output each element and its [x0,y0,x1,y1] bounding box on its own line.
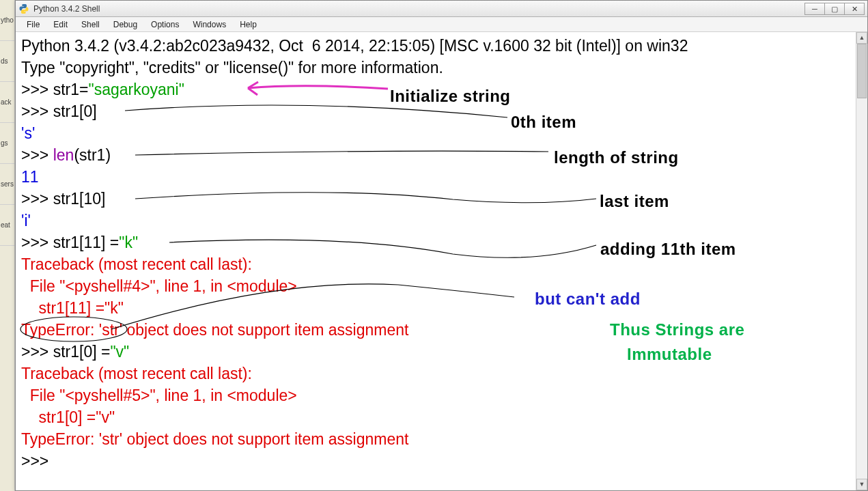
string-literal: "k" [119,234,138,251]
traceback-header: Traceback (most recent call last): [21,253,862,275]
scroll-down-button[interactable]: ▼ [856,479,867,490]
traceback-error: TypeError: 'str' object does not support… [21,428,862,450]
bg-tab: sers [0,164,14,205]
builtin: len [53,146,74,164]
menu-help[interactable]: Help [233,18,264,31]
prompt: >>> [21,190,53,208]
menu-debug[interactable]: Debug [107,18,144,31]
code-text: str1[0] [53,102,97,120]
banner-line: Python 3.4.2 (v3.4.2:ab2c023a9432, Oct 6… [21,35,862,57]
code-text: str1[11] = [53,234,120,251]
shell-content[interactable]: Python 3.4.2 (v3.4.2:ab2c023a9432, Oct 6… [16,32,867,490]
string-literal: "sagarkoyani" [88,81,184,98]
bg-tab: eat [0,205,14,246]
code-text: str1[10] [53,190,106,208]
menu-options[interactable]: Options [144,18,186,31]
idle-window: Python 3.4.2 Shell ─ ▢ ✕ File Edit Shell… [15,0,868,491]
prompt: >>> [21,102,53,120]
code-line: >>> str1="sagarkoyani" [21,79,862,100]
code-line: >>> str1[0] [21,100,862,122]
prompt: >>> [21,343,53,361]
close-button[interactable]: ✕ [844,3,865,15]
menubar: File Edit Shell Debug Options Windows He… [16,17,867,32]
scroll-up-button[interactable]: ▲ [856,32,867,44]
traceback-header: Traceback (most recent call last): [21,363,862,384]
output-line: 'i' [21,210,862,232]
string-literal: "v" [110,343,129,361]
window-title: Python 3.4.2 Shell [33,4,805,14]
code-text: str1= [53,81,89,98]
bg-tab: gs [0,123,14,164]
traceback-file: File "<pyshell#4>", line 1, in <module> [21,275,862,297]
scroll-thumb[interactable] [857,44,867,98]
prompt: >>> [21,81,53,98]
bg-tab: ytho [0,0,14,41]
window-buttons: ─ ▢ ✕ [805,3,865,15]
code-text: (str1) [74,146,111,164]
empty-prompt: >>> [21,450,862,472]
bg-tab: ack [0,82,14,123]
bg-tab: ds [0,41,14,82]
menu-file[interactable]: File [20,18,46,31]
vertical-scrollbar[interactable]: ▲ ▼ [856,32,867,490]
maximize-button[interactable]: ▢ [824,3,845,15]
code-line: >>> str1[10] [21,188,862,210]
traceback-error: TypeError: 'str' object does not support… [21,319,862,341]
traceback-code: str1[11] ="k" [21,297,862,319]
minimize-button[interactable]: ─ [804,3,825,15]
menu-shell[interactable]: Shell [74,18,107,31]
code-line: >>> len(str1) [21,144,862,166]
menu-edit[interactable]: Edit [46,18,74,31]
code-line: >>> str1[11] ="k" [21,232,862,253]
prompt: >>> [21,234,53,251]
banner-line: Type "copyright", "credits" or "license(… [21,57,862,79]
traceback-file: File "<pyshell#5>", line 1, in <module> [21,384,862,406]
titlebar[interactable]: Python 3.4.2 Shell ─ ▢ ✕ [16,1,867,17]
python-icon [18,3,29,14]
background-tabs: ytho ds ack gs sers eat [0,0,15,491]
code-text: str1[0] = [53,343,111,361]
output-line: 's' [21,122,862,144]
output-line: 11 [21,166,862,188]
code-line: >>> str1[0] ="v" [21,341,862,363]
prompt: >>> [21,146,53,164]
menu-windows[interactable]: Windows [186,18,233,31]
prompt: >>> [21,452,53,470]
traceback-code: str1[0] ="v" [21,406,862,428]
